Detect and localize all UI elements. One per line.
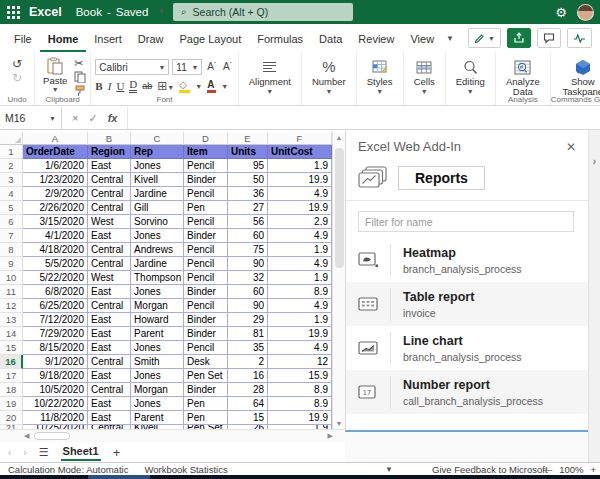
cell[interactable]: Gill <box>131 201 184 215</box>
cell[interactable]: 15.9 <box>268 369 332 383</box>
filter-input[interactable] <box>358 211 574 232</box>
cell[interactable]: Andrews <box>131 243 184 257</box>
cell[interactable]: Howard <box>131 313 184 327</box>
cell[interactable]: East <box>88 327 131 341</box>
row-header-5[interactable]: 5 <box>0 201 23 215</box>
cell[interactable]: Pencil <box>184 187 228 201</box>
workbook-statistics-button[interactable]: Workbook Statistics <box>136 464 235 475</box>
cell[interactable]: 2 <box>228 355 268 369</box>
tab-home[interactable]: Home <box>40 27 87 52</box>
cell[interactable]: East <box>88 285 131 299</box>
cell[interactable]: Jones <box>131 397 184 411</box>
cell[interactable]: Pencil <box>184 257 228 271</box>
row-header-13[interactable]: 13 <box>0 313 23 327</box>
borders-button[interactable]: ⊞▼ <box>157 80 174 92</box>
font-size-select[interactable]: 11▼ <box>172 59 202 75</box>
cell[interactable]: Thompson <box>131 271 184 285</box>
cell[interactable]: East <box>88 229 131 243</box>
report-item-number-report[interactable]: 17Number reportcall_branch_analysis_proc… <box>346 370 588 414</box>
cell[interactable]: Pen <box>184 397 228 411</box>
cell[interactable]: 4.9 <box>268 257 332 271</box>
row-header-16[interactable]: 16 <box>0 355 23 369</box>
tab-draw[interactable]: Draw <box>130 27 172 50</box>
cell[interactable]: 1.9 <box>268 271 332 285</box>
cell[interactable]: West <box>88 271 131 285</box>
feedback-link[interactable]: Give Feedback to Microsoft <box>432 464 548 475</box>
strikethrough-button[interactable]: ab <box>142 82 152 91</box>
cell[interactable]: Jones <box>131 229 184 243</box>
vertical-scrollbar[interactable]: ▲ ▼ <box>332 132 345 429</box>
cell[interactable]: East <box>88 411 131 425</box>
row-header-7[interactable]: 7 <box>0 229 23 243</box>
collapse-ribbon-chevron-icon[interactable]: ˆ <box>592 92 595 102</box>
expand-pane-chevron-icon[interactable]: › <box>589 156 600 167</box>
cell[interactable]: Jones <box>131 285 184 299</box>
cell[interactable]: Central <box>88 201 131 215</box>
cell[interactable]: 4/1/2020 <box>23 229 88 243</box>
cell[interactable]: Jones <box>131 159 184 173</box>
settings-gear-icon[interactable]: ⚙ <box>555 5 567 20</box>
cell[interactable]: Pencil <box>184 299 228 313</box>
cell[interactable]: 2/26/2020 <box>23 201 88 215</box>
cell[interactable]: 56 <box>228 215 268 229</box>
row-header-3[interactable]: 3 <box>0 173 23 187</box>
zoom-level[interactable]: 100% <box>559 464 583 475</box>
cell[interactable]: West <box>88 215 131 229</box>
cell[interactable]: 75 <box>228 243 268 257</box>
user-avatar[interactable] <box>577 4 594 21</box>
alignment-button[interactable]: Alignment▼ <box>243 56 297 97</box>
zoom-out-button[interactable]: — <box>543 464 553 475</box>
cell[interactable]: 19.9 <box>268 201 332 215</box>
cell[interactable]: Binder <box>184 229 228 243</box>
row-header-19[interactable]: 19 <box>0 397 23 411</box>
cell[interactable]: UnitCost <box>268 145 332 159</box>
row-header-15[interactable]: 15 <box>0 341 23 355</box>
cell[interactable]: Jones <box>131 341 184 355</box>
more-tabs-chevron-icon[interactable]: ▼ <box>446 34 454 43</box>
cell[interactable]: 35 <box>228 341 268 355</box>
column-header-a[interactable]: A <box>23 132 88 145</box>
report-item-table-report[interactable]: Table reportinvoice <box>346 282 588 326</box>
cell[interactable]: 7/29/2020 <box>23 327 88 341</box>
cell[interactable]: East <box>88 369 131 383</box>
cell[interactable]: 8.9 <box>268 285 332 299</box>
tab-insert[interactable]: Insert <box>86 27 130 50</box>
copy-button[interactable] <box>74 71 86 83</box>
cell[interactable]: Binder <box>184 327 228 341</box>
column-header-e[interactable]: E <box>228 132 268 145</box>
scroll-down-icon[interactable]: ▼ <box>333 420 345 427</box>
cell[interactable]: 6/25/2020 <box>23 299 88 313</box>
double-underline-button[interactable]: D <box>129 79 137 93</box>
analyze-data-button[interactable]: Analyze Data <box>500 56 546 100</box>
prev-sheet-icon[interactable]: ‹ <box>8 447 11 458</box>
report-item-heatmap[interactable]: Heatmapbranch_analysis_process <box>346 238 588 282</box>
cell[interactable]: 90 <box>228 257 268 271</box>
cell[interactable]: 50 <box>228 173 268 187</box>
sheet-tab[interactable]: Sheet1 <box>61 444 101 461</box>
font-name-select[interactable]: Calibri▼ <box>95 59 169 75</box>
cell[interactable]: Units <box>228 145 268 159</box>
row-header-2[interactable]: 2 <box>0 159 23 173</box>
formula-input[interactable] <box>128 107 600 129</box>
cell[interactable]: Central <box>88 173 131 187</box>
grow-font-button[interactable]: Aˆ <box>205 61 218 72</box>
cell[interactable]: 19.9 <box>268 411 332 425</box>
cell[interactable]: Central <box>88 383 131 397</box>
insert-function-icon[interactable]: fx <box>108 112 118 124</box>
cell[interactable]: Morgan <box>131 299 184 313</box>
cell[interactable]: Region <box>88 145 131 159</box>
tab-data[interactable]: Data <box>311 27 350 50</box>
cell[interactable]: Binder <box>184 173 228 187</box>
cell[interactable]: 1/23/2020 <box>23 173 88 187</box>
vertical-scroll-thumb[interactable] <box>335 148 344 268</box>
cell[interactable]: 81 <box>228 327 268 341</box>
confirm-entry-icon[interactable]: ✓ <box>88 112 97 125</box>
cell[interactable]: 1.9 <box>268 159 332 173</box>
cell[interactable]: 5/5/2020 <box>23 257 88 271</box>
cell[interactable]: Rep <box>131 145 184 159</box>
cell[interactable]: 7/12/2020 <box>23 313 88 327</box>
cell[interactable]: 16 <box>228 369 268 383</box>
cell[interactable]: 60 <box>228 285 268 299</box>
cell[interactable]: 9/18/2020 <box>23 369 88 383</box>
status-options-chevron-icon[interactable]: ▼ <box>385 465 393 474</box>
